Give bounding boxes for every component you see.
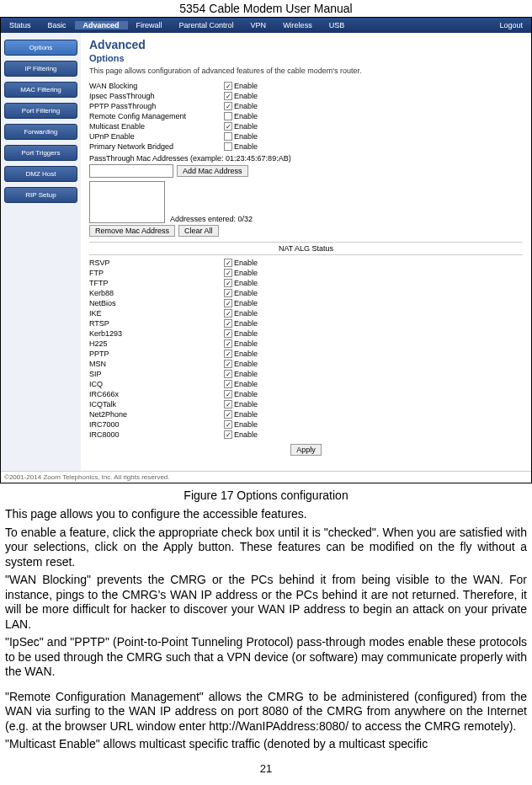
enable-checkbox[interactable] xyxy=(224,400,232,409)
sidebar-dmz-host[interactable]: DMZ Host xyxy=(4,166,77,182)
nat-row: H225Enable xyxy=(89,339,523,348)
sidebar: Options IP Filtering MAC Filtering Port … xyxy=(1,33,81,471)
enable-checkbox[interactable] xyxy=(224,122,232,131)
screenshot-footer: ©2001-2014 Zoom Telephonics, Inc. All ri… xyxy=(1,471,531,483)
nat-enable-group: Enable xyxy=(224,410,258,419)
nat-label: Kerb1293 xyxy=(89,329,224,338)
enable-checkbox[interactable] xyxy=(224,102,232,110)
top-navbar: Status Basic Advanced Firewall Parental … xyxy=(1,18,531,33)
nat-enable-group: Enable xyxy=(224,380,258,388)
nat-label: ICQTalk xyxy=(89,400,224,409)
add-mac-button[interactable]: Add Mac Address xyxy=(177,165,248,177)
nav-vpn[interactable]: VPN xyxy=(242,21,275,29)
nat-row: FTPEnable xyxy=(89,269,523,277)
enable-checkbox[interactable] xyxy=(224,279,232,287)
nat-enable-group: Enable xyxy=(224,360,258,368)
nav-firewall[interactable]: Firewall xyxy=(128,21,171,29)
enable-label: Enable xyxy=(234,279,258,287)
enable-checkbox[interactable] xyxy=(224,142,232,151)
option-label: Primary Network Bridged xyxy=(89,142,224,151)
enable-label: Enable xyxy=(234,142,258,151)
nat-label: PPTP xyxy=(89,350,224,358)
enable-label: Enable xyxy=(234,360,258,368)
option-row: UPnP EnableEnable xyxy=(89,132,523,141)
sidebar-port-triggers[interactable]: Port Triggers xyxy=(4,145,77,161)
nav-parental-control[interactable]: Parental Control xyxy=(171,21,242,29)
sidebar-port-filtering[interactable]: Port Filtering xyxy=(4,103,77,119)
nat-enable-group: Enable xyxy=(224,319,258,328)
enable-label: Enable xyxy=(234,122,258,131)
option-label: Remote Config Management xyxy=(89,112,224,120)
sidebar-forwarding[interactable]: Forwarding xyxy=(4,124,77,140)
nat-label: IKE xyxy=(89,309,224,318)
enable-label: Enable xyxy=(234,430,258,439)
enable-checkbox[interactable] xyxy=(224,410,232,419)
enable-checkbox[interactable] xyxy=(224,329,232,338)
enable-checkbox[interactable] xyxy=(224,82,232,90)
option-label: Multicast Enable xyxy=(89,122,224,131)
nat-enable-group: Enable xyxy=(224,390,258,398)
option-row: Multicast EnableEnable xyxy=(89,122,523,131)
enable-checkbox[interactable] xyxy=(224,289,232,297)
nat-enable-group: Enable xyxy=(224,279,258,287)
enable-checkbox[interactable] xyxy=(224,299,232,307)
nav-status[interactable]: Status xyxy=(1,21,40,29)
option-label: UPnP Enable xyxy=(89,132,224,141)
page-description: This page allows configuration of advanc… xyxy=(89,67,523,75)
nav-logout[interactable]: Logout xyxy=(491,21,531,29)
sidebar-mac-filtering[interactable]: MAC Filtering xyxy=(4,82,77,98)
enable-checkbox[interactable] xyxy=(224,390,232,398)
option-enable-group: Enable xyxy=(224,122,258,131)
option-enable-group: Enable xyxy=(224,82,258,90)
option-row: PPTP PassThroughEnable xyxy=(89,102,523,110)
option-enable-group: Enable xyxy=(224,132,258,141)
nat-row: MSNEnable xyxy=(89,360,523,368)
mac-list-box[interactable] xyxy=(89,181,165,223)
remove-mac-button[interactable]: Remove Mac Address xyxy=(89,225,175,237)
nat-enable-group: Enable xyxy=(224,329,258,338)
enable-checkbox[interactable] xyxy=(224,92,232,100)
enable-checkbox[interactable] xyxy=(224,112,232,120)
nat-enable-group: Enable xyxy=(224,430,258,439)
nat-label: Kerb88 xyxy=(89,289,224,297)
enable-checkbox[interactable] xyxy=(224,360,232,368)
nat-row: Kerb1293Enable xyxy=(89,329,523,338)
nat-label: MSN xyxy=(89,360,224,368)
nat-label: ICQ xyxy=(89,380,224,388)
enable-checkbox[interactable] xyxy=(224,132,232,141)
sidebar-ip-filtering[interactable]: IP Filtering xyxy=(4,61,77,77)
nat-row: NetBiosEnable xyxy=(89,299,523,307)
clear-all-button[interactable]: Clear All xyxy=(178,225,219,237)
sidebar-options[interactable]: Options xyxy=(4,40,77,56)
enable-label: Enable xyxy=(234,329,258,338)
enable-checkbox[interactable] xyxy=(224,380,232,388)
enable-label: Enable xyxy=(234,102,258,110)
nat-label: NetBios xyxy=(89,299,224,307)
addresses-entered-row: Addresses entered: 0/32 xyxy=(89,181,523,223)
enable-checkbox[interactable] xyxy=(224,269,232,277)
nav-advanced[interactable]: Advanced xyxy=(75,21,128,29)
nav-usb[interactable]: USB xyxy=(321,21,354,29)
option-enable-group: Enable xyxy=(224,142,258,151)
nat-row: TFTPEnable xyxy=(89,279,523,287)
enable-label: Enable xyxy=(234,259,258,267)
apply-button[interactable]: Apply xyxy=(290,444,322,456)
enable-checkbox[interactable] xyxy=(224,370,232,378)
nat-row: ICQTalkEnable xyxy=(89,400,523,409)
enable-label: Enable xyxy=(234,92,258,100)
enable-checkbox[interactable] xyxy=(224,430,232,439)
enable-checkbox[interactable] xyxy=(224,339,232,348)
enable-label: Enable xyxy=(234,319,258,328)
content-panel: Advanced Options This page allows config… xyxy=(81,33,531,471)
nav-basic[interactable]: Basic xyxy=(40,21,75,29)
enable-checkbox[interactable] xyxy=(224,309,232,318)
enable-checkbox[interactable] xyxy=(224,350,232,358)
nat-enable-group: Enable xyxy=(224,309,258,318)
nat-label: IRC8000 xyxy=(89,430,224,439)
mac-address-input[interactable] xyxy=(89,164,173,178)
enable-checkbox[interactable] xyxy=(224,259,232,267)
enable-checkbox[interactable] xyxy=(224,319,232,328)
enable-checkbox[interactable] xyxy=(224,420,232,429)
sidebar-rip-setup[interactable]: RIP Setup xyxy=(4,187,77,203)
nav-wireless[interactable]: Wireless xyxy=(274,21,321,29)
